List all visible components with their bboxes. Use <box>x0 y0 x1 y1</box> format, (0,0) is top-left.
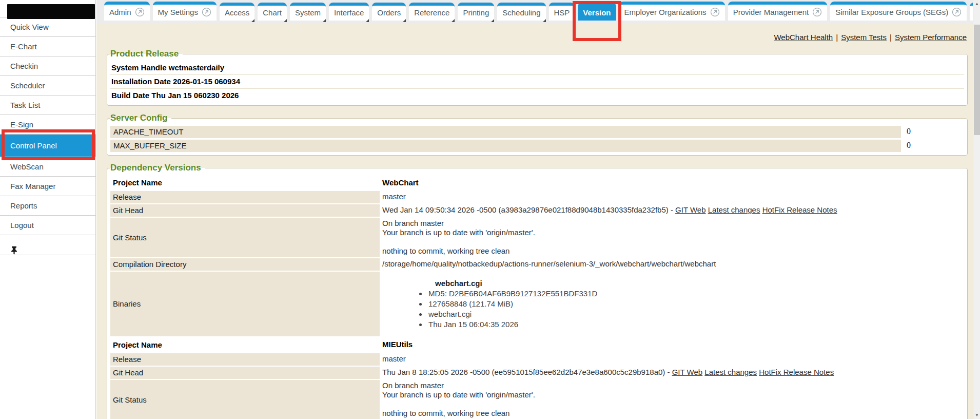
link-separator: | <box>890 33 892 42</box>
release-value: master <box>380 353 964 366</box>
tab-admin[interactable]: Admin <box>104 2 150 21</box>
tab-label: HSP <box>554 8 570 17</box>
sidebar-item-logout[interactable]: Logout <box>0 215 95 235</box>
latest-changes-link[interactable]: Latest changes <box>704 368 757 376</box>
config-value: 0 <box>903 140 964 152</box>
git-status-value: On branch master Your branch is up to da… <box>380 217 964 258</box>
table-row-binaries: Binaries webchart.cgi MD5: D2BE6B04AF6B9… <box>110 271 964 337</box>
sidebar-item-pin[interactable] <box>0 235 95 255</box>
binary-name: webchart.cgi <box>427 310 962 318</box>
sidebar-item-control-panel[interactable]: Control Panel <box>0 134 95 157</box>
server-config-row: MAX_BUFFER_SIZE 0 <box>110 140 964 152</box>
binary-file-name: webchart.cgi <box>435 279 962 288</box>
sidebar-item-reports[interactable]: Reports <box>0 196 95 215</box>
tab-label: Printing <box>463 8 489 17</box>
dropdown-caret-icon <box>251 19 254 22</box>
tab-bar: Admin My Settings Access Chart System In… <box>96 0 973 24</box>
tab-access[interactable]: Access <box>220 3 254 21</box>
tab-provider-management[interactable]: Provider Management <box>728 2 828 21</box>
scroll-down-arrow-icon[interactable]: ▼ <box>973 411 980 419</box>
main-content: WebChart Health|System Tests|System Perf… <box>96 24 973 419</box>
hotfix-release-notes-link[interactable]: HotFix Release Notes <box>762 205 837 214</box>
tab-label: Access <box>225 8 249 17</box>
hotfix-release-notes-link[interactable]: HotFix Release Notes <box>759 368 834 376</box>
tab-label: My Settings <box>158 8 198 16</box>
vertical-scrollbar[interactable]: ▲ ▼ <box>973 0 980 419</box>
sidebar-item-fax-manager[interactable]: Fax Manager <box>0 176 95 196</box>
project-name-header: Project Name <box>110 337 380 353</box>
git-web-link[interactable]: GIT Web <box>675 205 705 214</box>
project-name-value: MIEUtils <box>380 337 964 353</box>
server-config-row: APACHE_TIMEOUT 0 <box>110 126 964 138</box>
tab-label: Interface <box>334 8 364 17</box>
dropdown-caret-icon <box>366 19 369 22</box>
tab-label: Provider Management <box>733 8 809 16</box>
tab-printing[interactable]: Printing <box>458 3 494 21</box>
binary-date: Thu Jan 15 06:04:35 2026 <box>427 320 962 329</box>
tab-reference[interactable]: Reference <box>409 3 455 21</box>
product-release-section: Product Release System Handle wctmasterd… <box>107 49 968 106</box>
row-label: Git Status <box>110 379 380 419</box>
sidebar-menu: Quick View E-Chart Checkin Scheduler Tas… <box>0 17 95 255</box>
tab-chart[interactable]: Chart <box>258 3 287 21</box>
project-name-header: Project Name <box>110 175 380 191</box>
tab-my-settings[interactable]: My Settings <box>153 2 217 21</box>
table-row-git-status: Git Status On branch master Your branch … <box>110 379 964 419</box>
tab-system[interactable]: System <box>290 3 326 21</box>
tab-similar-exposure-groups[interactable]: Similar Exposure Groups (SEGs) <box>830 2 967 21</box>
git-head-text: Wed Jan 14 09:50:34 2026 -0500 (a3983a29… <box>382 205 673 214</box>
scroll-up-arrow-icon[interactable]: ▲ <box>973 0 980 8</box>
table-row-git-head: Git Head Thu Jan 8 18:25:05 2026 -0500 (… <box>110 366 964 379</box>
tab-employer-organizations[interactable]: Employer Organizations <box>619 2 725 21</box>
table-row-release: Release master <box>110 353 964 366</box>
scrollbar-thumb[interactable] <box>974 25 980 135</box>
external-link-icon <box>202 7 211 17</box>
tab-version[interactable]: Version <box>578 3 616 21</box>
server-config-section: Server Config APACHE_TIMEOUT 0 MAX_BUFFE… <box>107 113 968 156</box>
link-separator: | <box>836 33 838 42</box>
dropdown-caret-icon <box>452 19 455 22</box>
compilation-directory-value: /storage/home/quality/notbackedup/action… <box>380 258 964 271</box>
sidebar-item-e-sign[interactable]: E-Sign <box>0 115 95 134</box>
tab-label: Scheduling <box>502 8 540 17</box>
sidebar-item-quick-view[interactable]: Quick View <box>0 17 95 36</box>
external-link-icon <box>812 7 822 17</box>
tab-label: Reference <box>414 8 449 17</box>
dropdown-caret-icon <box>284 19 287 22</box>
table-row-project-header: Project Name MIEUtils <box>110 337 964 353</box>
tab-scheduling[interactable]: Scheduling <box>497 3 545 21</box>
header-quick-links: WebChart Health|System Tests|System Perf… <box>107 33 968 42</box>
dependency-versions-title: Dependency Versions <box>110 163 205 173</box>
table-row-git-status: Git Status On branch master Your branch … <box>110 217 964 258</box>
sidebar-item-e-chart[interactable]: E-Chart <box>0 36 95 56</box>
dropdown-caret-icon <box>491 19 494 22</box>
webchart-health-link[interactable]: WebChart Health <box>774 33 833 42</box>
tab-label: System <box>295 8 321 17</box>
latest-changes-link[interactable]: Latest changes <box>708 205 760 214</box>
pushpin-icon <box>10 242 18 251</box>
table-row-compilation-directory: Compilation Directory /storage/home/qual… <box>110 258 964 271</box>
sidebar-item-webscan[interactable]: WebScan <box>0 157 95 176</box>
tab-interface[interactable]: Interface <box>329 3 369 21</box>
binaries-value: webchart.cgi MD5: D2BE6B04AF6B9B9127132E… <box>380 271 964 337</box>
sidebar-item-task-list[interactable]: Task List <box>0 95 95 115</box>
project-name-value: WebChart <box>380 175 964 191</box>
binary-size: 127658848 (121.74 MiB) <box>427 299 962 308</box>
git-head-value: Wed Jan 14 09:50:34 2026 -0500 (a3983a29… <box>380 204 964 217</box>
system-tests-link[interactable]: System Tests <box>841 33 887 42</box>
tab-label: Similar Exposure Groups (SEGs) <box>835 8 948 16</box>
tab-hsp[interactable]: HSP <box>549 3 575 21</box>
external-link-icon <box>952 7 962 17</box>
system-performance-link[interactable]: System Performance <box>895 33 967 42</box>
tab-orders[interactable]: Orders <box>372 3 406 21</box>
product-release-title: Product Release <box>110 49 183 59</box>
sidebar-item-scheduler[interactable]: Scheduler <box>0 75 95 95</box>
row-label: Release <box>110 191 380 204</box>
system-handle-row: System Handle wctmasterdaily <box>110 61 964 75</box>
table-row-project-header: Project Name WebChart <box>110 175 964 191</box>
sidebar-item-checkin[interactable]: Checkin <box>0 56 95 75</box>
dependency-versions-table: Project Name WebChart Release master Git… <box>110 175 964 419</box>
git-web-link[interactable]: GIT Web <box>672 368 702 376</box>
external-link-icon <box>710 7 720 17</box>
config-value: 0 <box>903 126 964 138</box>
